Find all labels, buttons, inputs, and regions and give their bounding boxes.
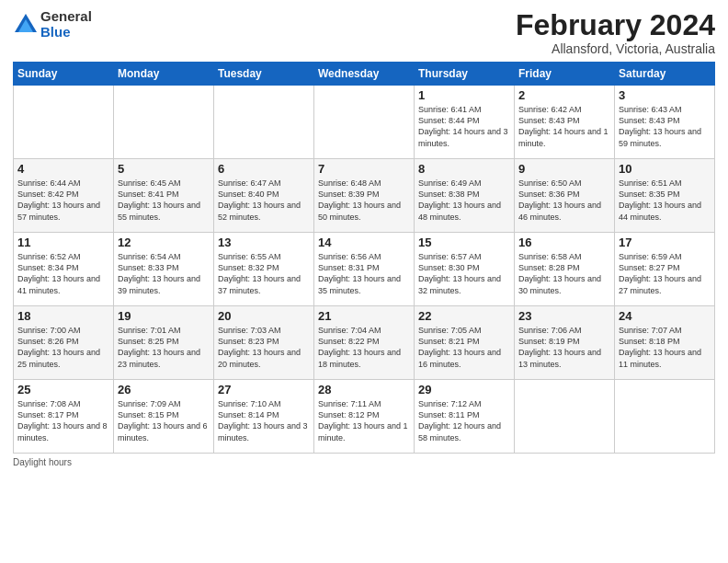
day-cell: 15Sunrise: 6:57 AM Sunset: 8:30 PM Dayli… [415,233,515,306]
day-info: Sunrise: 7:01 AM Sunset: 8:25 PM Dayligh… [118,325,210,370]
week-row-1: 1Sunrise: 6:41 AM Sunset: 8:44 PM Daylig… [14,86,715,159]
day-info: Sunrise: 6:52 AM Sunset: 8:34 PM Dayligh… [17,251,109,296]
day-info: Sunrise: 6:41 AM Sunset: 8:44 PM Dayligh… [418,104,510,149]
day-info: Sunrise: 6:49 AM Sunset: 8:38 PM Dayligh… [418,178,510,223]
calendar-table: SundayMondayTuesdayWednesdayThursdayFrid… [13,62,715,454]
day-number: 28 [318,383,410,396]
day-number: 26 [118,383,210,396]
day-cell: 22Sunrise: 7:05 AM Sunset: 8:21 PM Dayli… [415,306,515,380]
week-row-5: 25Sunrise: 7:08 AM Sunset: 8:17 PM Dayli… [14,380,715,454]
day-cell: 27Sunrise: 7:10 AM Sunset: 8:14 PM Dayli… [214,380,314,454]
day-number: 13 [218,236,310,249]
day-number: 29 [418,383,510,396]
day-number: 11 [17,236,109,249]
month-title: February 2024 [516,9,715,41]
col-header-saturday: Saturday [615,63,715,86]
day-cell: 25Sunrise: 7:08 AM Sunset: 8:17 PM Dayli… [14,380,114,454]
col-header-friday: Friday [515,63,615,86]
day-cell: 17Sunrise: 6:59 AM Sunset: 8:27 PM Dayli… [615,233,715,306]
day-number: 8 [418,162,510,176]
day-info: Sunrise: 7:05 AM Sunset: 8:21 PM Dayligh… [418,325,510,370]
day-cell: 3Sunrise: 6:43 AM Sunset: 8:43 PM Daylig… [615,86,715,159]
day-cell: 6Sunrise: 6:47 AM Sunset: 8:40 PM Daylig… [214,159,314,233]
page: General Blue February 2024 Allansford, V… [0,0,728,563]
day-info: Sunrise: 6:51 AM Sunset: 8:35 PM Dayligh… [619,178,711,223]
day-cell [615,380,715,454]
day-cell: 16Sunrise: 6:58 AM Sunset: 8:28 PM Dayli… [515,233,615,306]
col-header-tuesday: Tuesday [214,63,314,86]
day-info: Sunrise: 7:00 AM Sunset: 8:26 PM Dayligh… [17,325,109,370]
logo-blue: Blue [40,25,92,40]
day-info: Sunrise: 7:12 AM Sunset: 8:11 PM Dayligh… [418,398,510,443]
day-cell: 23Sunrise: 7:06 AM Sunset: 8:19 PM Dayli… [515,306,615,380]
day-info: Sunrise: 6:43 AM Sunset: 8:43 PM Dayligh… [619,104,711,149]
logo-icon [13,12,39,38]
day-info: Sunrise: 6:55 AM Sunset: 8:32 PM Dayligh… [218,251,310,296]
day-info: Sunrise: 6:50 AM Sunset: 8:36 PM Dayligh… [518,178,610,223]
day-info: Sunrise: 6:58 AM Sunset: 8:28 PM Dayligh… [518,251,610,296]
subtitle: Allansford, Victoria, Australia [516,41,715,56]
logo: General Blue [13,9,92,40]
day-info: Sunrise: 6:59 AM Sunset: 8:27 PM Dayligh… [619,251,711,296]
day-cell [314,86,415,159]
day-number: 27 [218,383,310,396]
day-info: Sunrise: 6:56 AM Sunset: 8:31 PM Dayligh… [318,251,410,296]
week-row-3: 11Sunrise: 6:52 AM Sunset: 8:34 PM Dayli… [14,233,715,306]
day-cell: 26Sunrise: 7:09 AM Sunset: 8:15 PM Dayli… [114,380,214,454]
day-info: Sunrise: 6:57 AM Sunset: 8:30 PM Dayligh… [418,251,510,296]
col-header-wednesday: Wednesday [314,63,415,86]
day-number: 25 [17,383,109,396]
day-number: 1 [418,88,510,102]
day-info: Sunrise: 7:06 AM Sunset: 8:19 PM Dayligh… [518,325,610,370]
day-cell: 1Sunrise: 6:41 AM Sunset: 8:44 PM Daylig… [415,86,515,159]
day-cell: 7Sunrise: 6:48 AM Sunset: 8:39 PM Daylig… [314,159,415,233]
day-cell [114,86,214,159]
day-number: 4 [17,162,109,176]
day-info: Sunrise: 7:07 AM Sunset: 8:18 PM Dayligh… [619,325,711,370]
day-number: 15 [418,236,510,249]
day-number: 23 [518,309,610,323]
day-cell: 5Sunrise: 6:45 AM Sunset: 8:41 PM Daylig… [114,159,214,233]
day-info: Sunrise: 7:03 AM Sunset: 8:23 PM Dayligh… [218,325,310,370]
day-number: 5 [118,162,210,176]
day-info: Sunrise: 6:45 AM Sunset: 8:41 PM Dayligh… [118,178,210,223]
day-info: Sunrise: 7:10 AM Sunset: 8:14 PM Dayligh… [218,398,310,443]
day-info: Sunrise: 6:42 AM Sunset: 8:43 PM Dayligh… [518,104,610,149]
day-cell: 11Sunrise: 6:52 AM Sunset: 8:34 PM Dayli… [14,233,114,306]
footer-label: Daylight hours [13,457,72,467]
day-cell: 9Sunrise: 6:50 AM Sunset: 8:36 PM Daylig… [515,159,615,233]
day-cell: 4Sunrise: 6:44 AM Sunset: 8:42 PM Daylig… [14,159,114,233]
day-cell: 10Sunrise: 6:51 AM Sunset: 8:35 PM Dayli… [615,159,715,233]
day-number: 21 [318,309,410,323]
day-number: 24 [619,309,711,323]
day-cell: 19Sunrise: 7:01 AM Sunset: 8:25 PM Dayli… [114,306,214,380]
day-info: Sunrise: 6:48 AM Sunset: 8:39 PM Dayligh… [318,178,410,223]
day-number: 20 [218,309,310,323]
day-cell: 20Sunrise: 7:03 AM Sunset: 8:23 PM Dayli… [214,306,314,380]
day-cell: 8Sunrise: 6:49 AM Sunset: 8:38 PM Daylig… [415,159,515,233]
day-cell [515,380,615,454]
footer: Daylight hours [13,457,715,467]
day-number: 7 [318,162,410,176]
title-block: February 2024 Allansford, Victoria, Aust… [516,9,715,56]
day-info: Sunrise: 7:04 AM Sunset: 8:22 PM Dayligh… [318,325,410,370]
day-cell: 18Sunrise: 7:00 AM Sunset: 8:26 PM Dayli… [14,306,114,380]
col-header-monday: Monday [114,63,214,86]
day-number: 16 [518,236,610,249]
day-number: 17 [619,236,711,249]
col-header-sunday: Sunday [14,63,114,86]
day-info: Sunrise: 7:08 AM Sunset: 8:17 PM Dayligh… [17,398,109,443]
logo-general: General [40,9,92,25]
day-cell [214,86,314,159]
day-number: 10 [619,162,711,176]
header-row: SundayMondayTuesdayWednesdayThursdayFrid… [14,63,715,86]
day-cell: 28Sunrise: 7:11 AM Sunset: 8:12 PM Dayli… [314,380,415,454]
header: General Blue February 2024 Allansford, V… [13,9,715,56]
day-number: 6 [218,162,310,176]
col-header-thursday: Thursday [415,63,515,86]
day-info: Sunrise: 6:44 AM Sunset: 8:42 PM Dayligh… [17,178,109,223]
day-cell: 24Sunrise: 7:07 AM Sunset: 8:18 PM Dayli… [615,306,715,380]
logo-text: General Blue [40,9,92,40]
week-row-4: 18Sunrise: 7:00 AM Sunset: 8:26 PM Dayli… [14,306,715,380]
day-cell: 14Sunrise: 6:56 AM Sunset: 8:31 PM Dayli… [314,233,415,306]
